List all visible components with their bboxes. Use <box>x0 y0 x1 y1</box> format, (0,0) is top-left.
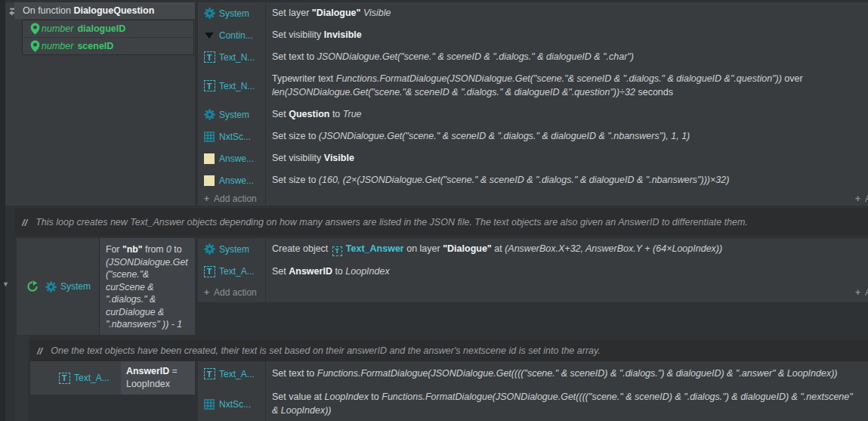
action-row[interactable]: TText_N...Set text to JSONDialogue.Get("… <box>198 46 868 68</box>
action-text: Set size to (JSONDialogue.Get("scene." &… <box>262 125 868 147</box>
plus-icon: + <box>855 193 860 204</box>
action-object-name: Text_A... <box>216 369 262 379</box>
system-gear-icon <box>202 243 216 255</box>
sprite-triangle-icon <box>202 33 216 39</box>
array-grid-icon <box>202 132 216 142</box>
add-action[interactable]: +Add action+Add action <box>198 283 868 303</box>
parameter-pin-icon <box>28 40 42 52</box>
parameter-name: dialogueID <box>77 23 125 34</box>
action-text: Set text to Functions.FormatDialogue(JSO… <box>262 363 868 385</box>
parameter-name: sceneID <box>77 41 113 51</box>
function-parameters[interactable]: numberdialogueIDnumbersceneID <box>22 20 194 55</box>
action-text: Set value at LoopIndex to Functions.Form… <box>262 386 868 421</box>
action-row[interactable]: TText_A...Set AnswerID to LoopIndex <box>198 261 868 283</box>
text-object-icon: T <box>202 368 216 379</box>
text-object-icon: T <box>202 80 216 91</box>
add-action-right[interactable]: +Add action <box>849 191 868 206</box>
action-row[interactable]: NxtSc...Set size to (JSONDialogue.Get("s… <box>198 125 868 147</box>
comment-loop[interactable]: // This loop creates new Text_Answer obj… <box>15 209 868 236</box>
action-object-name: Answe... <box>216 175 262 186</box>
text-object-icon: T <box>202 266 216 277</box>
action-text: Set layer "Dialogue" Visible <box>262 2 868 24</box>
action-object-name: Text_A... <box>216 266 262 277</box>
action-row[interactable]: NxtSc...Set value at LoopIndex to Functi… <box>198 386 868 421</box>
indent-lane <box>15 336 28 421</box>
loop-condition-block[interactable]: System For "nb" from 0 to (JSONDialogue.… <box>17 238 195 335</box>
plus-icon: + <box>855 287 860 298</box>
action-object-name: System <box>216 244 262 255</box>
add-action-right[interactable]: +Add action <box>849 283 868 303</box>
parameter-type: number <box>42 41 73 51</box>
comment-text: This loop creates new Text_Answer object… <box>36 217 748 228</box>
action-row[interactable]: SystemCreate object TText_Answer on laye… <box>198 238 868 261</box>
action-row[interactable]: Contin...Set visibility Invisible <box>198 24 868 46</box>
answer-condition-block[interactable]: T Text_A... AnswerID =LoopIndex <box>30 361 195 395</box>
function-header[interactable]: On function DialogueQuestion <box>14 2 195 19</box>
action-object-name: Answe... <box>216 153 262 164</box>
add-action-label: Add action <box>214 287 257 298</box>
left-gutter <box>0 0 5 421</box>
function-actions: SystemSet layer "Dialogue" VisibleContin… <box>198 2 868 206</box>
add-action-label: Add action <box>214 193 257 204</box>
action-text: Typewriter text Functions.FormatDialogue… <box>262 68 868 104</box>
action-row[interactable]: SystemSet Question to True <box>198 104 868 125</box>
system-gear-icon <box>202 8 216 19</box>
comment-text: One the text objects have been created, … <box>51 345 601 356</box>
condition-object-name: Text_A... <box>74 373 110 383</box>
action-object-name: Contin... <box>216 30 262 41</box>
action-row[interactable]: Answe...Set visibility Visible <box>198 147 868 169</box>
action-text: Set visibility Visible <box>262 147 868 169</box>
collapse-arrow-icon[interactable]: ▼ <box>2 280 9 288</box>
answer-condition-object: T Text_A... <box>30 361 121 395</box>
add-action-label: Add action <box>865 287 868 298</box>
action-object-name: Text_N... <box>216 81 262 91</box>
function-parameter[interactable]: numbersceneID <box>23 37 193 54</box>
action-row[interactable]: TText_A...Set text to Functions.FormatDi… <box>198 361 868 386</box>
action-text: Set size to (160, (2×(JSONDialogue.Get("… <box>262 169 868 191</box>
action-row[interactable]: SystemSet layer "Dialogue" Visible <box>198 2 868 24</box>
parameter-type: number <box>42 23 73 34</box>
loop-condition-icons: System <box>17 238 98 335</box>
system-gear-icon <box>202 109 216 120</box>
add-action-label: Add action <box>865 193 868 204</box>
action-text: Set text to JSONDialogue.Get("scene." & … <box>262 46 868 68</box>
loop-actions: SystemCreate object TText_Answer on laye… <box>198 238 868 302</box>
function-title: On function DialogueQuestion <box>23 5 154 16</box>
action-object-name: Text_N... <box>216 52 262 63</box>
action-object-name: System <box>216 8 262 19</box>
action-text: Set visibility Invisible <box>262 24 868 46</box>
function-parameter[interactable]: numberdialogueID <box>23 20 193 37</box>
answer-actions: TText_A...Set text to Functions.FormatDi… <box>198 361 868 421</box>
event-sheet: On function DialogueQuestion numberdialo… <box>0 0 868 421</box>
system-gear-icon <box>44 281 57 293</box>
text-object-icon: T <box>57 373 71 384</box>
comment-slashes: // <box>22 217 27 228</box>
action-object-name: System <box>216 110 262 120</box>
answerbox-sprite-icon <box>202 175 216 186</box>
action-object-name: NxtSc... <box>216 132 262 142</box>
condition-value: AnswerID =LoopIndex <box>121 361 195 395</box>
plus-icon: + <box>204 193 209 204</box>
condition-object-name: System <box>60 281 91 292</box>
action-object-name: NxtSc... <box>216 399 262 410</box>
action-text: Create object TText_Answer on layer "Dia… <box>262 238 868 261</box>
action-row[interactable]: Answe...Set size to (160, (2×(JSONDialog… <box>198 169 868 191</box>
comment-answers[interactable]: // One the text objects have been create… <box>30 340 868 361</box>
add-action[interactable]: +Add action+Add action <box>198 191 868 206</box>
array-grid-icon <box>202 399 216 410</box>
parameter-pin-icon <box>28 23 42 35</box>
loop-icon <box>26 280 39 293</box>
answerbox-sprite-icon <box>202 153 216 164</box>
function-event-block[interactable]: On function DialogueQuestion numberdialo… <box>5 2 195 206</box>
action-text: Set Question to True <box>262 104 868 125</box>
comment-slashes: // <box>37 345 42 357</box>
text-object-mini-icon: T <box>332 246 342 256</box>
action-text: Set AnswerID to LoopIndex <box>262 261 868 283</box>
text-object-icon: T <box>202 51 216 63</box>
loop-expression: For "nb" from 0 to (JSONDialogue.Get("sc… <box>99 238 195 335</box>
action-row[interactable]: TText_N...Typewriter text Functions.Form… <box>198 68 868 104</box>
plus-icon: + <box>204 287 209 298</box>
